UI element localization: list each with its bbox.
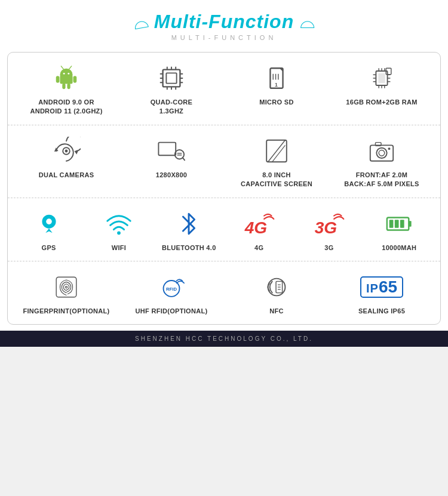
- svg-point-59: [379, 150, 385, 156]
- 4g-icon: 4G: [243, 209, 275, 239]
- feature-bluetooth: BLUETOOTH 4.0: [154, 209, 224, 252]
- svg-rect-68: [409, 221, 412, 227]
- feature-4g: 4G 4G: [224, 209, 294, 252]
- feature-ip65: IP 65 SEALING IP65: [329, 272, 434, 316]
- camera-icon: [367, 136, 396, 166]
- feature-gps: GPS: [14, 209, 84, 252]
- sd-card-icon: 1: [262, 63, 291, 93]
- screen-label: 8.0 INCHCAPACITIVE SCREEN: [241, 171, 312, 189]
- tablet-icon: [262, 136, 291, 166]
- svg-rect-10: [163, 70, 180, 87]
- svg-rect-6: [56, 76, 60, 83]
- section-row4: FINGERPRINT(OPTIONAL) RFID: [8, 261, 440, 324]
- header: ⌓ Multi-Function ⌓ MULTI-FUNCTION: [0, 0, 448, 46]
- android-label: ANDROID 9.0 ORANDROID 11 (2.0GHZ): [30, 98, 102, 116]
- svg-point-63: [46, 218, 52, 224]
- 4g-label: 4G: [254, 244, 263, 252]
- svg-point-2: [63, 73, 65, 75]
- svg-marker-46: [74, 150, 78, 155]
- svg-rect-71: [400, 220, 404, 227]
- feature-android: ANDROID 9.0 ORANDROID 11 (2.0GHZ): [14, 63, 119, 116]
- feature-battery: 10000MAH: [364, 209, 434, 252]
- svg-rect-9: [67, 84, 70, 90]
- svg-text:RFID: RFID: [166, 286, 177, 292]
- bracket-left: ⌓: [131, 10, 150, 34]
- feature-rfid: RFID UHF RFID(OPTIONAL): [119, 272, 224, 316]
- 3g-label: 3G: [324, 244, 333, 252]
- footer: SHENZHEN HCC TECHNOLOGY CO., LTD.: [0, 331, 448, 347]
- battery-label: 10000MAH: [382, 244, 416, 252]
- page-title: Multi-Function: [154, 11, 294, 33]
- svg-point-61: [388, 147, 391, 150]
- rfid-icon: RFID: [157, 272, 186, 302]
- svg-rect-11: [166, 73, 176, 83]
- battery-icon: [385, 209, 413, 239]
- resolution-icon: [157, 136, 186, 166]
- footer-text: SHENZHEN HCC TECHNOLOGY CO., LTD.: [135, 335, 313, 342]
- fingerprint-label: FINGERPRINT(OPTIONAL): [23, 307, 109, 316]
- nfc-label: NFC: [269, 307, 284, 316]
- dual-cam-icon: [52, 136, 81, 166]
- svg-rect-7: [73, 76, 77, 83]
- feature-screen: 8.0 INCHCAPACITIVE SCREEN: [224, 136, 329, 189]
- feature-rom-ram: 16GB ROM+2GB RAM: [329, 63, 434, 107]
- svg-point-64: [117, 231, 121, 235]
- rfid-label: UHF RFID(OPTIONAL): [136, 307, 208, 316]
- feature-nfc: NFC: [224, 272, 329, 316]
- svg-rect-8: [62, 84, 65, 90]
- wifi-icon: [105, 209, 133, 239]
- svg-line-4: [61, 66, 63, 69]
- android-icon: [52, 63, 81, 93]
- svg-point-58: [376, 148, 386, 158]
- header-title-row: ⌓ Multi-Function ⌓: [0, 11, 448, 33]
- feature-dual-cameras: DUAL CAMERAS: [14, 136, 119, 180]
- gps-icon: [35, 209, 63, 239]
- bluetooth-label: BLUETOOTH 4.0: [162, 244, 216, 252]
- micro-sd-label: MICRO SD: [259, 98, 293, 107]
- section-row1: ANDROID 9.0 ORANDROID 11 (2.0GHZ): [8, 53, 440, 125]
- svg-line-51: [183, 158, 185, 160]
- feature-wifi: WIFI: [84, 209, 154, 252]
- svg-rect-70: [395, 220, 399, 227]
- section-row2: DUAL CAMERAS: [8, 125, 440, 198]
- section-row3: GPS WIFI: [8, 198, 440, 261]
- svg-rect-49: [158, 142, 176, 155]
- svg-rect-31: [378, 73, 385, 83]
- section-grid-row4: FINGERPRINT(OPTIONAL) RFID: [14, 272, 434, 316]
- section-grid-row2: DUAL CAMERAS: [14, 136, 434, 189]
- gps-label: GPS: [42, 244, 56, 252]
- svg-line-55: [268, 140, 286, 162]
- feature-3g: 3G 3G: [294, 209, 364, 252]
- 3g-icon: 3G: [313, 209, 345, 239]
- bracket-right: ⌓: [300, 11, 315, 33]
- cpu-icon: [157, 63, 186, 93]
- ip65-icon: IP 65: [360, 272, 403, 302]
- svg-text:3G: 3G: [315, 218, 337, 237]
- feature-quad-core: QUAD-CORE1.3GHZ: [119, 63, 224, 116]
- main-card: ANDROID 9.0 ORANDROID 11 (2.0GHZ): [7, 52, 441, 325]
- feature-fingerprint: FINGERPRINT(OPTIONAL): [14, 272, 119, 316]
- ip65-label: SEALING IP65: [358, 307, 405, 316]
- feature-micro-sd: 1 MICRO SD: [224, 63, 329, 107]
- dual-cameras-label: DUAL CAMERAS: [39, 171, 94, 180]
- wifi-label: WIFI: [112, 244, 126, 252]
- resolution-label: 1280X800: [156, 171, 188, 180]
- svg-line-5: [69, 66, 72, 69]
- svg-text:1: 1: [275, 82, 278, 88]
- quad-core-label: QUAD-CORE1.3GHZ: [151, 98, 193, 116]
- feature-resolution: 1280X800: [119, 136, 224, 180]
- section-grid-row3: GPS WIFI: [14, 209, 434, 252]
- bluetooth-icon: [174, 209, 203, 239]
- page-wrapper: ⌓ Multi-Function ⌓ MULTI-FUNCTION: [0, 0, 448, 347]
- svg-rect-1: [60, 75, 72, 84]
- chip-icon: [367, 63, 396, 93]
- svg-point-48: [65, 149, 68, 152]
- header-subtitle: MULTI-FUNCTION: [0, 34, 448, 41]
- rom-ram-label: 16GB ROM+2GB RAM: [346, 98, 417, 107]
- feature-camera-spec: FRONT:AF 2.0MBACK:AF 5.0M PIXELS: [329, 136, 434, 189]
- nfc-icon: [262, 272, 291, 302]
- camera-spec-label: FRONT:AF 2.0MBACK:AF 5.0M PIXELS: [344, 171, 419, 189]
- svg-text:4G: 4G: [244, 218, 266, 237]
- section-grid-row1: ANDROID 9.0 ORANDROID 11 (2.0GHZ): [14, 63, 434, 116]
- fingerprint-icon: [52, 272, 81, 302]
